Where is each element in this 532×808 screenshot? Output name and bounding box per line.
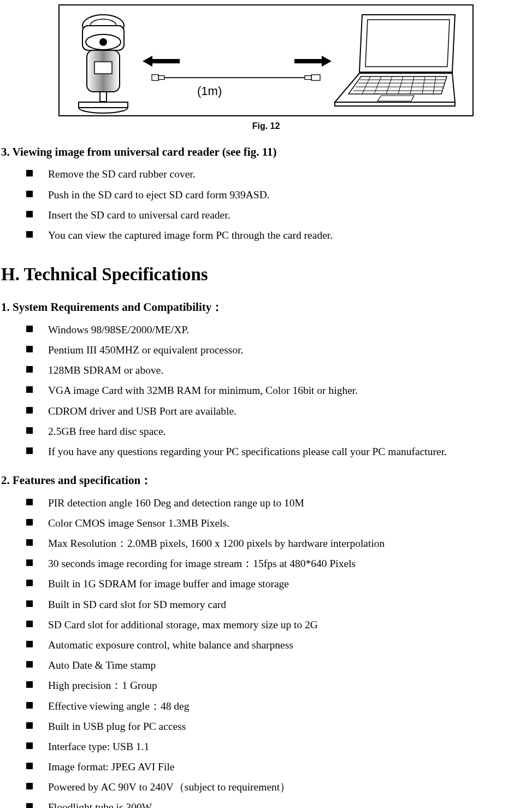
list-item: Built in USB plug for PC access [48, 716, 532, 736]
svg-rect-9 [79, 102, 128, 108]
section-h2-list: PIR detection angle 160 Deg and detectio… [0, 493, 532, 808]
list-item: Automatic exposure control, white balanc… [48, 635, 532, 655]
svg-marker-28 [143, 56, 180, 67]
figure-12: (1m) Fig. 12 [58, 4, 474, 133]
list-item: You can view the captured image form PC … [48, 225, 532, 245]
list-item: CDROM driver and USB Port are available. [48, 401, 532, 421]
section-3-heading: 3. Viewing image from universal card rea… [0, 143, 532, 161]
list-item: 30 seconds image recording for image str… [48, 553, 532, 574]
svg-marker-27 [335, 102, 455, 106]
section-h2-heading: 2. Features and specification： [0, 471, 532, 489]
list-item: Color CMOS image Sensor 1.3MB Pixels. [48, 513, 532, 533]
list-item: Floodlight tube is 300W [48, 797, 532, 808]
list-item: Max Resolution：2.0MB pixels, 1600 x 1200… [48, 533, 532, 553]
list-item: Powered by AC 90V to 240V（subject to req… [48, 777, 532, 797]
list-item: 128MB SDRAM or above. [48, 360, 532, 380]
section-h-heading: H. Technical Specifications [0, 261, 532, 288]
list-item: Remove the SD card rubber cover. [48, 164, 532, 184]
list-item: SD Card slot for additional storage, max… [48, 615, 532, 635]
section-h1-heading: 1. System Requirements and Compatibility… [0, 298, 532, 316]
list-item: Built in SD card slot for SD memory card [48, 594, 532, 615]
list-item: PIR detection angle 160 Deg and detectio… [48, 493, 532, 513]
figure-12-box: (1m) [58, 4, 474, 116]
camera-device-icon [70, 14, 139, 115]
list-item: Windows 98/98SE/2000/ME/XP. [48, 320, 532, 340]
svg-rect-34 [311, 75, 320, 81]
laptop-icon [329, 12, 466, 110]
svg-rect-30 [152, 75, 158, 81]
svg-marker-29 [294, 56, 332, 67]
svg-point-4 [99, 38, 107, 46]
figure-caption: Fig. 12 [58, 120, 474, 133]
list-item: Built in 1G SDRAM for image buffer and i… [48, 574, 532, 594]
list-item: 2.5GB free hard disc space. [48, 421, 532, 441]
list-item: Effective viewing angle：48 deg [48, 696, 532, 716]
page-root: (1m) Fig. 12 3. Viewing image from unive… [0, 4, 532, 808]
usb-cable-icon [140, 74, 332, 81]
section-3-list: Remove the SD card rubber cover. Push in… [0, 164, 532, 245]
arrow-left-icon [143, 56, 180, 67]
section-h1-list: Windows 98/98SE/2000/ME/XP. Pentium III … [0, 320, 532, 462]
arrow-right-icon [294, 56, 332, 67]
svg-marker-11 [365, 20, 450, 67]
svg-rect-33 [305, 76, 311, 80]
list-item: If you have any questions regarding your… [48, 441, 532, 462]
list-item: Image format: JPEG AVI File [48, 757, 532, 777]
svg-rect-7 [100, 92, 107, 102]
list-item: Push in the SD card to eject SD card for… [48, 185, 532, 205]
list-item: VGA image Card with 32MB RAM for minimum… [48, 380, 532, 400]
list-item: Pentium III 450MHZ or equivalent process… [48, 340, 532, 360]
list-item: Interface type: USB 1.1 [48, 736, 532, 757]
cable-length-label: (1m) [197, 82, 222, 101]
svg-rect-31 [158, 76, 164, 80]
svg-marker-26 [377, 96, 414, 101]
list-item: Insert the SD card to universal card rea… [48, 205, 532, 225]
list-item: Auto Date & Time stamp [48, 655, 532, 675]
list-item: High precision：1 Group [48, 675, 532, 695]
svg-rect-6 [94, 62, 112, 74]
